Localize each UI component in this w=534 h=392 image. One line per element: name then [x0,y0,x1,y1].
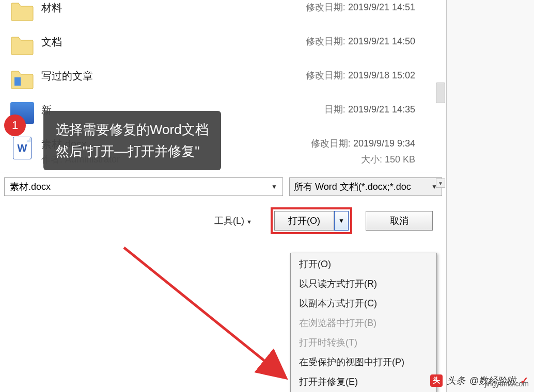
tooltip-line2: 然后"打开—打开并修复" [56,141,209,162]
step-badge: 1 [4,115,26,136]
file-date: 修改日期: 2019/9/21 14:51 [306,1,415,13]
chevron-down-icon[interactable]: ▼ [271,183,277,190]
watermark: 头 头条 @数经验啦 ✓ jingyanla.com [430,374,529,387]
scrollbar-thumb[interactable] [436,83,445,103]
menu-open-repair[interactable]: 打开并修复(E) [292,372,435,391]
filename-bar: 素材.docx ▼ 所有 Word 文档(*.docx;*.doc ▼ [0,172,446,201]
filename-input[interactable]: 素材.docx ▼ [4,177,283,196]
folder-icon [10,68,34,90]
file-date: 日期: 2019/9/21 14:35 [324,103,415,116]
file-name: 材料 [41,1,62,15]
filter-label: 所有 Word 文档(*.docx;*.doc [294,181,411,193]
scroll-down-arrow[interactable]: ▼ [436,178,445,188]
button-bar: 工具(L)▼ 打开(O) ▼ 取消 [0,201,446,240]
cancel-button[interactable]: 取消 [366,211,433,231]
file-row[interactable]: 材料 修改日期: 2019/9/21 14:51 [0,0,446,31]
menu-open-copy[interactable]: 以副本方式打开(C) [292,293,435,313]
file-name: 写过的文章 [41,69,93,83]
open-button-highlight: 打开(O) ▼ [271,207,352,234]
file-row[interactable]: 文档 修改日期: 2019/9/21 14:50 [0,31,446,65]
folder-icon [10,0,34,22]
file-dialog: 材料 修改日期: 2019/9/21 14:51 文档 修改日期: 2019/9… [0,0,447,392]
watermark-source: 头条 [447,374,465,387]
folder-icon [10,34,34,56]
svg-rect-0 [14,77,21,86]
file-type-filter[interactable]: 所有 Word 文档(*.docx;*.doc ▼ [289,177,442,196]
open-button[interactable]: 打开(O) [274,211,334,231]
tooltip-line1: 选择需要修复的Word文档 [56,119,209,141]
file-size: 大小: 150 KB [361,153,415,166]
filename-value: 素材.docx [10,181,51,193]
tools-button[interactable]: 工具(L)▼ [214,215,252,227]
menu-open[interactable]: 打开(O) [292,254,435,274]
menu-open-browser: 在浏览器中打开(B) [292,313,435,333]
file-row[interactable]: 写过的文章 修改日期: 2019/9/18 15:02 [0,65,446,99]
menu-open-readonly[interactable]: 以只读方式打开(R) [292,274,435,293]
file-date: 修改日期: 2019/9/19 9:34 [311,137,415,150]
word-doc-icon: W [10,136,34,160]
open-dropdown-menu: 打开(O) 以只读方式打开(R) 以副本方式打开(C) 在浏览器中打开(B) 打… [290,253,437,392]
watermark-site: jingyanla.com [484,380,529,388]
file-name: 文档 [41,35,62,49]
menu-open-protected[interactable]: 在受保护的视图中打开(P) [292,352,435,372]
menu-open-convert: 打开时转换(T) [292,333,435,352]
open-dropdown-arrow[interactable]: ▼ [334,211,349,231]
side-panel [447,0,534,392]
file-date: 修改日期: 2019/9/21 14:50 [306,35,415,47]
instruction-tooltip: 选择需要修复的Word文档 然后"打开—打开并修复" [43,111,221,170]
watermark-logo: 头 [430,374,443,387]
file-date: 修改日期: 2019/9/18 15:02 [306,69,415,81]
